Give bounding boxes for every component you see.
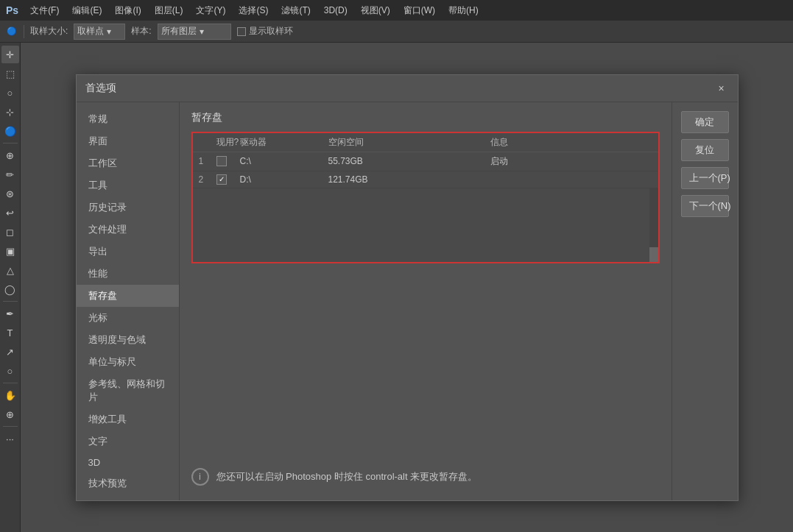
tool-crop[interactable]: ⊹ xyxy=(1,103,19,121)
nav-item-file-handling[interactable]: 文件处理 xyxy=(77,219,179,241)
table-row: 2 ✓ D:\ 121.74GB xyxy=(193,171,658,188)
menu-file[interactable]: 文件(F) xyxy=(24,3,65,18)
show-sample-ring-checkbox[interactable] xyxy=(237,27,246,36)
dialog-buttons: 确定 复位 上一个(P) 下一个(N) xyxy=(672,102,738,500)
menu-view[interactable]: 视图(V) xyxy=(355,3,396,18)
nav-item-interface[interactable]: 界面 xyxy=(77,130,179,152)
nav-item-cursors[interactable]: 光标 xyxy=(77,307,179,329)
dialog-title: 首选项 xyxy=(85,82,116,95)
menu-3d[interactable]: 3D(D) xyxy=(318,4,353,17)
menu-image[interactable]: 图像(I) xyxy=(109,3,147,18)
info-text: 您还可以在启动 Photoshop 时按住 control-alt 来更改暂存盘… xyxy=(216,470,478,483)
tool-divider-3 xyxy=(3,383,18,383)
sample-size-dropdown[interactable]: 取样点 ▾ xyxy=(74,24,125,40)
col-drive-header: 驱动器 xyxy=(240,136,328,149)
tool-lasso[interactable]: ○ xyxy=(1,84,19,102)
section-title: 暂存盘 xyxy=(191,111,660,124)
preferences-dialog: 首选项 × 常规 界面 工作区 工具 历史记录 文件处理 导出 性能 xyxy=(76,74,739,501)
show-sample-ring-option[interactable]: 显示取样环 xyxy=(237,25,293,38)
col-space-header: 空闲空间 xyxy=(328,136,490,149)
row-1-info: 启动 xyxy=(490,155,652,168)
tool-move[interactable]: ✛ xyxy=(1,46,19,63)
sample-size-label: 取样大小: xyxy=(30,25,68,38)
toolbar: 🔵 取样大小: 取样点 ▾ 样本: 所有图层 ▾ 显示取样环 xyxy=(0,21,793,43)
toolbar-separator-1 xyxy=(24,25,24,38)
tool-eraser[interactable]: ◻ xyxy=(1,223,19,241)
nav-item-3d[interactable]: 3D xyxy=(77,453,179,472)
empty-content-area xyxy=(191,272,660,462)
nav-item-plugins[interactable]: 增效工具 xyxy=(77,408,179,430)
sample-label: 样本: xyxy=(131,25,151,38)
prev-button[interactable]: 上一个(P) xyxy=(681,167,729,189)
tool-brush[interactable]: ✏ xyxy=(1,166,19,183)
nav-item-type[interactable]: 文字 xyxy=(77,430,179,453)
menu-text[interactable]: 文字(Y) xyxy=(190,3,231,18)
nav-item-tech-preview[interactable]: 技术预览 xyxy=(77,472,179,494)
tool-healing[interactable]: ⊕ xyxy=(1,146,19,164)
preferences-nav: 常规 界面 工作区 工具 历史记录 文件处理 导出 性能 暂存盘 光标 透明度与… xyxy=(77,102,180,500)
menu-filter[interactable]: 滤镜(T) xyxy=(275,3,316,18)
nav-item-general[interactable]: 常规 xyxy=(77,108,179,130)
info-note: i 您还可以在启动 Photoshop 时按住 control-alt 来更改暂… xyxy=(191,462,660,492)
tool-clone[interactable]: ⊛ xyxy=(1,185,19,202)
tool-divider-2 xyxy=(3,301,18,302)
eyedropper-icon: 🔵 xyxy=(6,26,18,38)
table-scroll-area xyxy=(193,188,658,262)
dialog-overlay: 首选项 × 常规 界面 工作区 工具 历史记录 文件处理 导出 性能 xyxy=(21,43,793,532)
reset-button[interactable]: 复位 xyxy=(681,139,729,161)
row-1-checkbox[interactable] xyxy=(216,156,227,166)
tool-hand[interactable]: ✋ xyxy=(1,386,19,404)
nav-item-units[interactable]: 单位与标尺 xyxy=(77,351,179,373)
menu-window[interactable]: 窗口(W) xyxy=(398,3,441,18)
tool-marquee[interactable]: ⬚ xyxy=(1,65,19,82)
nav-item-scratch-disks[interactable]: 暂存盘 xyxy=(77,285,179,307)
sample-dropdown[interactable]: 所有图层 ▾ xyxy=(158,24,231,40)
scrollbar-thumb[interactable] xyxy=(649,247,658,262)
dialog-title-bar: 首选项 × xyxy=(77,75,738,102)
show-sample-ring-label: 显示取样环 xyxy=(249,25,293,38)
menu-edit[interactable]: 编辑(E) xyxy=(66,3,108,18)
ok-button[interactable]: 确定 xyxy=(681,111,729,133)
menu-help[interactable]: 帮助(H) xyxy=(443,3,484,18)
tool-divider-1 xyxy=(3,143,18,143)
canvas-area: 首选项 × 常规 界面 工作区 工具 历史记录 文件处理 导出 性能 xyxy=(21,43,793,532)
scrollbar-track[interactable] xyxy=(649,188,658,262)
tool-zoom[interactable]: ⊕ xyxy=(1,405,19,423)
row-num-2: 2 xyxy=(199,174,216,185)
main-area: ✛ ⬚ ○ ⊹ 🔵 ⊕ ✏ ⊛ ↩ ◻ ▣ △ ◯ ✒ T ↗ ○ ✋ ⊕ ··… xyxy=(0,43,793,532)
tool-path-select[interactable]: ↗ xyxy=(1,343,19,361)
dialog-content: 常规 界面 工作区 工具 历史记录 文件处理 导出 性能 暂存盘 光标 透明度与… xyxy=(77,102,738,500)
nav-item-transparency[interactable]: 透明度与色域 xyxy=(77,329,179,351)
dialog-close-button[interactable]: × xyxy=(714,81,729,96)
row-2-checkbox[interactable]: ✓ xyxy=(216,174,227,185)
nav-item-export[interactable]: 导出 xyxy=(77,241,179,263)
tool-text[interactable]: T xyxy=(1,324,19,341)
menu-bar: Ps 文件(F) 编辑(E) 图像(I) 图层(L) 文字(Y) 选择(S) 滤… xyxy=(0,0,793,21)
row-1-drive: C:\ xyxy=(240,156,328,166)
table-header-row: 现用? 驱动器 空闲空间 信息 xyxy=(193,133,658,152)
tool-blur[interactable]: △ xyxy=(1,261,19,279)
next-button[interactable]: 下一个(N) xyxy=(681,195,729,217)
row-2-drive: D:\ xyxy=(240,174,328,185)
nav-item-workspace[interactable]: 工作区 xyxy=(77,152,179,174)
tool-divider-4 xyxy=(3,426,18,427)
col-num-header xyxy=(199,136,216,149)
tool-eyedropper[interactable]: 🔵 xyxy=(1,122,19,140)
row-2-space: 121.74GB xyxy=(328,174,490,185)
info-icon: i xyxy=(191,468,209,486)
nav-item-performance[interactable]: 性能 xyxy=(77,263,179,285)
tool-dodge[interactable]: ◯ xyxy=(1,280,19,298)
menu-layer[interactable]: 图层(L) xyxy=(149,3,189,18)
menu-select[interactable]: 选择(S) xyxy=(233,3,274,18)
nav-item-history[interactable]: 历史记录 xyxy=(77,196,179,219)
tool-gradient[interactable]: ▣ xyxy=(1,242,19,260)
tool-shape[interactable]: ○ xyxy=(1,362,19,380)
tool-more[interactable]: ··· xyxy=(1,430,19,447)
nav-item-guides[interactable]: 参考线、网格和切片 xyxy=(77,373,179,408)
tool-pen[interactable]: ✒ xyxy=(1,305,19,322)
col-active-header: 现用? xyxy=(216,136,240,149)
row-1-space: 55.73GB xyxy=(328,156,490,166)
nav-item-tools[interactable]: 工具 xyxy=(77,174,179,196)
scratch-disks-table: 现用? 驱动器 空闲空间 信息 1 C:\ 55.73GB xyxy=(191,132,660,263)
tool-history-brush[interactable]: ↩ xyxy=(1,204,19,221)
